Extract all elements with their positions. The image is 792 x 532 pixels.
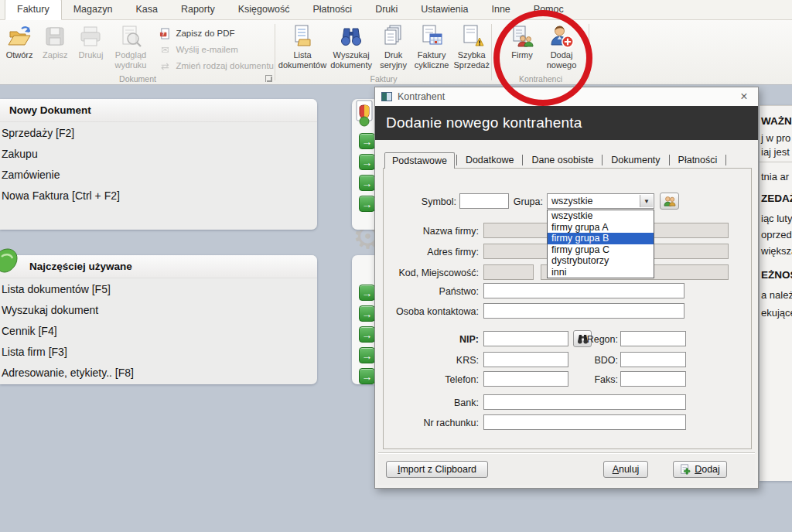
- dodaj-label: Dodaj: [695, 464, 720, 475]
- zapisz-button[interactable]: Zapisz: [37, 22, 73, 73]
- dialog-button-bar: Import z Clipboard Anuluj Dodaj: [378, 452, 755, 485]
- go-arrow-icon[interactable]: →: [359, 285, 375, 301]
- go-arrow-icon[interactable]: →: [359, 368, 375, 384]
- lista-dokumentow-button[interactable]: Lista dokumentów: [278, 22, 326, 73]
- tab-raporty[interactable]: Raporty: [169, 0, 227, 19]
- recurring-invoice-icon: [419, 24, 444, 49]
- ribbon-toolbar: Otwórz Zapisz Drukuj: [0, 20, 792, 84]
- select-group-people-button[interactable]: [660, 193, 679, 210]
- menu-item-zakupu[interactable]: Zakupu: [0, 143, 317, 164]
- regon-input[interactable]: [620, 331, 686, 346]
- krs-input[interactable]: [483, 352, 568, 367]
- tab-dane-osobiste[interactable]: Dane osobiste: [524, 152, 600, 169]
- panel-nowy-dokument-header: Nowy Dokument: [0, 99, 317, 122]
- go-arrow-icon[interactable]: →: [359, 175, 375, 191]
- firmy-button[interactable]: Firmy: [503, 22, 541, 73]
- zapisz-do-pdf-button[interactable]: 7 Zapisz do PDF: [159, 27, 274, 39]
- menu-item-zamowienie[interactable]: Zamówienie: [0, 164, 317, 185]
- tab-faktury[interactable]: Faktury: [5, 0, 62, 20]
- binoculars-icon: [339, 24, 364, 49]
- grupa-combobox[interactable]: wszystkie ▼: [547, 193, 654, 209]
- right-info-panel-clipped: WAŻNE j w pro iaj jest tnia ar ZEDAŻ iąc…: [760, 105, 792, 481]
- tab-platnosci[interactable]: Płatności: [301, 0, 364, 19]
- group-label-kontrahenci: Kontrahenci: [492, 74, 589, 84]
- tab-druki[interactable]: Druki: [364, 0, 409, 19]
- info-fragment: ZEDAŻ: [761, 193, 792, 204]
- dropdown-option-firmy-grupa-b[interactable]: firmy grupa B: [548, 233, 654, 244]
- druk-seryjny-button[interactable]: Druk seryjny: [376, 22, 411, 73]
- dialog-launcher-icon[interactable]: [265, 75, 272, 82]
- tab-platnosci-dlg[interactable]: Płatności: [671, 152, 725, 169]
- tab-kasa[interactable]: Kasa: [124, 0, 169, 19]
- menu-item-adresowanie[interactable]: Adresowanie, etykiety.. [F8]: [0, 362, 317, 383]
- chevron-down-icon[interactable]: ▼: [640, 195, 653, 207]
- menu-item-nowa-faktura[interactable]: Nowa Faktura [Ctrl + F2]: [0, 185, 317, 206]
- wyslij-email-button[interactable]: ✉ Wyślij e-mailem: [159, 43, 274, 56]
- dropdown-option-firmy-grupa-a[interactable]: firmy grupa A: [548, 222, 654, 234]
- grupa-combobox-value: wszystkie: [551, 196, 592, 206]
- bank-input[interactable]: [483, 394, 686, 410]
- anuluj-button[interactable]: Anuluj: [603, 461, 648, 478]
- telefon-input[interactable]: [483, 371, 568, 387]
- dodaj-button[interactable]: Dodaj: [673, 461, 727, 478]
- tab-pomoc[interactable]: Pomoc: [522, 0, 575, 19]
- dialog-header-band: Dodanie nowego kontrahenta: [375, 106, 758, 140]
- tab-ksiegowosc[interactable]: Księgowość: [227, 0, 302, 19]
- otworz-button[interactable]: Otwórz: [2, 22, 37, 73]
- go-arrow-icon[interactable]: →: [359, 154, 375, 170]
- menu-item-lista-firm[interactable]: Lista firm [F3]: [0, 341, 317, 362]
- dialog-titlebar[interactable]: Kontrahent ×: [375, 87, 758, 106]
- tab-ustawienia[interactable]: Ustawienia: [409, 0, 480, 19]
- nr-rachunku-input[interactable]: [483, 414, 686, 430]
- faks-input[interactable]: [620, 371, 686, 387]
- bank-label: Bank:: [390, 397, 479, 408]
- panstwo-input[interactable]: [483, 283, 684, 298]
- grupa-dropdown-list: wszystkie firmy grupa A firmy grupa B fi…: [547, 210, 654, 278]
- go-arrow-icon[interactable]: →: [359, 133, 375, 149]
- dodaj-nowego-button[interactable]: Dodaj nowego: [541, 22, 582, 73]
- dropdown-option-firmy-grupa-c[interactable]: firmy grupa C: [548, 244, 654, 256]
- green-leaf-icon: [0, 246, 20, 279]
- menu-item-lista-dokumentow[interactable]: Lista dokumentów [F5]: [0, 278, 317, 299]
- tab-podstawowe[interactable]: Podstawowe: [384, 152, 455, 169]
- group-label-faktury: Faktury: [275, 74, 492, 84]
- add-person-icon: [549, 24, 574, 49]
- dialog-header-title: Dodanie nowego kontrahenta: [386, 114, 582, 131]
- dialog-title: Kontrahent: [398, 91, 445, 102]
- info-fragment: iaj jest: [761, 146, 790, 158]
- tab-magazyn[interactable]: Magazyn: [62, 0, 125, 19]
- close-icon[interactable]: ×: [736, 89, 752, 104]
- go-arrow-icon[interactable]: →: [359, 305, 375, 322]
- tab-dokumenty[interactable]: Dokumenty: [604, 152, 667, 169]
- kontrahent-dialog: Kontrahent × Dodanie nowego kontrahenta …: [374, 87, 759, 489]
- tab-separator: [456, 155, 457, 165]
- podglad-wydruku-button[interactable]: Podgląd wydruku: [109, 22, 153, 73]
- dropdown-option-dystrybutorzy[interactable]: dystrybutorzy: [548, 255, 654, 267]
- tab-dodatkowe[interactable]: Dodatkowe: [459, 152, 521, 169]
- panel-najczesciej-uzywane: Najczęściej używane Lista dokumentów [F5…: [0, 255, 317, 384]
- bdo-input[interactable]: [620, 352, 686, 367]
- menu-item-wyszukaj-dokument[interactable]: Wyszukaj dokument: [0, 299, 317, 320]
- faktury-cykliczne-button[interactable]: Faktury cykliczne: [411, 22, 452, 73]
- go-arrow-icon[interactable]: →: [359, 347, 375, 363]
- dokument-small-buttons: 7 Zapisz do PDF ✉ Wyślij e-mailem ⇄ Zmie…: [159, 22, 274, 72]
- import-z-clipboard-button[interactable]: Import z Clipboard: [386, 461, 488, 478]
- kod-input[interactable]: [483, 264, 534, 280]
- zmien-rodzaj-button[interactable]: ⇄ Zmień rodzaj dokumentu: [159, 60, 274, 72]
- drukuj-button[interactable]: Drukuj: [73, 22, 108, 73]
- symbol-input[interactable]: [459, 193, 509, 209]
- menu-item-cennik[interactable]: Cennik [F4]: [0, 320, 317, 341]
- regon-label: Regon:: [586, 334, 618, 345]
- szybka-sprzedaz-button[interactable]: Szybka Sprzedaż: [452, 22, 490, 73]
- go-arrow-icon[interactable]: →: [359, 326, 375, 343]
- wyszukaj-dokumenty-button[interactable]: Wyszukaj dokumenty: [326, 22, 376, 73]
- osoba-kontaktowa-input[interactable]: [483, 303, 684, 319]
- tab-inne[interactable]: Inne: [480, 0, 521, 19]
- go-arrow-icon[interactable]: →: [359, 196, 375, 212]
- tab-separator: [522, 155, 523, 165]
- nip-input[interactable]: [483, 331, 568, 346]
- dropdown-option-inni[interactable]: inni: [548, 267, 654, 278]
- dropdown-option-wszystkie[interactable]: wszystkie: [548, 210, 654, 222]
- menu-item-sprzedazy[interactable]: Sprzedaży [F2]: [0, 122, 317, 143]
- zapisz-do-pdf-label: Zapisz do PDF: [176, 29, 234, 38]
